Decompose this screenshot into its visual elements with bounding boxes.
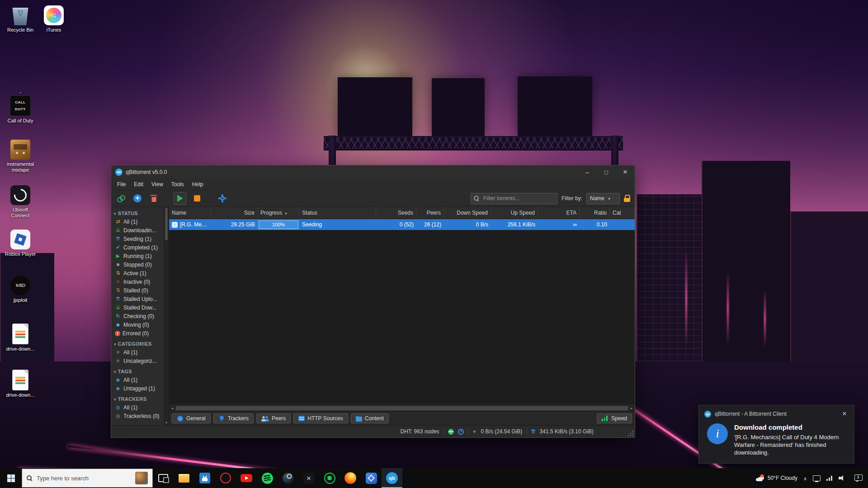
- column-header-status[interactable]: Status: [299, 207, 376, 219]
- tab-trackers[interactable]: Trackers: [213, 413, 254, 423]
- filter-torrents-input[interactable]: [482, 195, 554, 202]
- roblox-player-icon[interactable]: Roblox Player: [4, 230, 37, 257]
- lock-icon[interactable]: [624, 195, 630, 202]
- tag-all[interactable]: ◈ All (1): [111, 375, 164, 384]
- tab-general[interactable]: General: [172, 413, 211, 423]
- column-header-up-speed[interactable]: Up Speed: [491, 207, 538, 219]
- call-of-duty-icon[interactable]: Call of Duty: [4, 95, 37, 124]
- column-header-seeds[interactable]: Seeds: [376, 207, 416, 219]
- tab-speed[interactable]: Speed: [597, 413, 632, 423]
- filter-stalled[interactable]: ⇅ Stalled (0): [111, 286, 164, 295]
- steam-icon[interactable]: [278, 468, 298, 488]
- tab-peers[interactable]: Peers: [256, 413, 291, 423]
- blue-diamond-app-icon[interactable]: [361, 468, 382, 488]
- menu-item[interactable]: File: [113, 180, 130, 189]
- column-header-peers[interactable]: Peers: [416, 207, 444, 219]
- filter-running[interactable]: ▶ Running (1): [111, 252, 164, 260]
- column-header-eta[interactable]: ETA: [538, 207, 580, 219]
- filter-completed[interactable]: ✔ Completed (1): [111, 243, 164, 252]
- menu-item[interactable]: Help: [188, 180, 208, 189]
- resume-button[interactable]: [174, 192, 186, 205]
- sidebar-scrollbar[interactable]: [164, 207, 169, 425]
- category-uncategorized[interactable]: ≡ Uncategoriz...: [111, 357, 164, 365]
- menu-item[interactable]: Tools: [167, 180, 188, 189]
- qbittorrent-taskbar-icon[interactable]: [382, 468, 402, 488]
- delete-torrent-button[interactable]: [148, 193, 159, 204]
- category-all[interactable]: ≡ All (1): [111, 348, 164, 357]
- microsoft-store-icon[interactable]: [194, 468, 215, 488]
- filter-checking[interactable]: ↻ Checking (0): [111, 312, 164, 320]
- action-center-icon[interactable]: 3: [854, 474, 863, 483]
- options-button[interactable]: [217, 193, 228, 204]
- filter-stalled-uploading[interactable]: ⇈ Stalled Uplo...: [111, 295, 164, 303]
- dark-x-app-icon[interactable]: [298, 468, 319, 488]
- drive-download-icon-1[interactable]: drive-down...: [4, 324, 37, 352]
- itunes-icon[interactable]: iTunes: [37, 5, 71, 33]
- torrent-row[interactable]: [R.G. Mech... 29.25 GiB 100% Seeding 0 (…: [169, 219, 635, 230]
- tags-section-header[interactable]: TAGS: [111, 365, 164, 375]
- tracker-all[interactable]: ◎ All (1): [111, 403, 164, 412]
- column-header-name[interactable]: Name: [169, 207, 211, 219]
- tag-untagged[interactable]: ◈ Untagged (1): [111, 384, 164, 393]
- menu-item[interactable]: View: [147, 180, 167, 189]
- stop-button[interactable]: [192, 193, 203, 204]
- filter-seeding[interactable]: ⇈ Seeding (1): [111, 235, 164, 243]
- connection-status-icon[interactable]: [448, 429, 454, 435]
- tab-http-sources[interactable]: HTTP Sources: [293, 413, 348, 423]
- filter-all[interactable]: ⇄ All (1): [111, 217, 164, 226]
- filter-stopped[interactable]: ■ Stopped (0): [111, 260, 164, 269]
- column-header-progress[interactable]: Progress: [258, 207, 299, 219]
- notification-toast[interactable]: qBittorrent - A Bittorrent Client Downlo…: [698, 405, 854, 464]
- filter-errored[interactable]: ! Errored (0): [111, 329, 164, 338]
- resize-grip[interactable]: [627, 430, 633, 436]
- minimize-button[interactable]: [578, 165, 597, 179]
- volume-tray-icon[interactable]: [839, 475, 846, 481]
- horizontal-scrollbar[interactable]: [169, 405, 635, 411]
- instramental-mixtape-icon[interactable]: instramental mixtape: [4, 140, 37, 173]
- drive-download-icon-2[interactable]: drive-down...: [4, 370, 37, 398]
- filter-active[interactable]: ⇅ Active (1): [111, 269, 164, 277]
- display-tray-icon[interactable]: [813, 475, 821, 481]
- status-section-header[interactable]: STATUS: [111, 207, 164, 217]
- scrollbar-thumb[interactable]: [176, 406, 628, 410]
- ubisoft-connect-icon[interactable]: Ubisoft Connect: [4, 185, 37, 218]
- speed-limits-icon[interactable]: [458, 429, 464, 435]
- network-tray-icon[interactable]: [826, 476, 833, 481]
- close-button[interactable]: [616, 165, 635, 179]
- filter-by-dropdown[interactable]: Name: [586, 193, 620, 204]
- scroll-down-icon[interactable]: [164, 420, 169, 425]
- scroll-right-button[interactable]: [628, 405, 635, 411]
- add-torrent-file-button[interactable]: [132, 193, 143, 204]
- task-view-button[interactable]: [153, 468, 174, 488]
- column-header-ratio[interactable]: Ratio: [580, 207, 610, 219]
- toast-close-icon[interactable]: [840, 410, 849, 418]
- search-daily-image[interactable]: [135, 472, 148, 484]
- column-header-down-speed[interactable]: Down Speed: [444, 207, 491, 219]
- filter-stalled-downloading[interactable]: ⇊ Stalled Dow...: [111, 303, 164, 312]
- recycle-bin-icon[interactable]: Recycle Bin: [4, 5, 37, 33]
- add-torrent-link-button[interactable]: [116, 193, 127, 204]
- column-header-size[interactable]: Size: [211, 207, 258, 219]
- scrollbar-thumb[interactable]: [165, 208, 168, 240]
- file-explorer-icon[interactable]: [174, 468, 194, 488]
- weather-widget[interactable]: 50°F Cloudy: [756, 474, 797, 482]
- youtube-icon[interactable]: [236, 468, 257, 488]
- tray-expand-icon[interactable]: [803, 474, 807, 482]
- trackers-section-header[interactable]: TRACKERS: [111, 393, 164, 403]
- spotify-icon[interactable]: [257, 468, 278, 488]
- tab-content[interactable]: Content: [351, 413, 389, 423]
- filter-downloading[interactable]: ⇊ Downloadin...: [111, 226, 164, 235]
- filter-moving[interactable]: ◆ Moving (0): [111, 320, 164, 329]
- categories-section-header[interactable]: CATEGORIES: [111, 338, 164, 348]
- window-titlebar[interactable]: qBittorrent v5.0.0: [111, 165, 635, 179]
- torrent-search-box[interactable]: [471, 193, 557, 204]
- filter-inactive[interactable]: × Inactive (0): [111, 277, 164, 286]
- red-ring-app-icon[interactable]: [215, 468, 236, 488]
- jjsploit-icon[interactable]: jjsploit: [4, 276, 37, 303]
- scroll-left-button[interactable]: [169, 405, 175, 411]
- firefox-icon[interactable]: [340, 468, 361, 488]
- taskbar-search-box[interactable]: Type here to search: [22, 469, 153, 488]
- menu-item[interactable]: Edit: [130, 180, 147, 189]
- start-button[interactable]: [0, 468, 22, 488]
- green-ring-app-icon[interactable]: [319, 468, 340, 488]
